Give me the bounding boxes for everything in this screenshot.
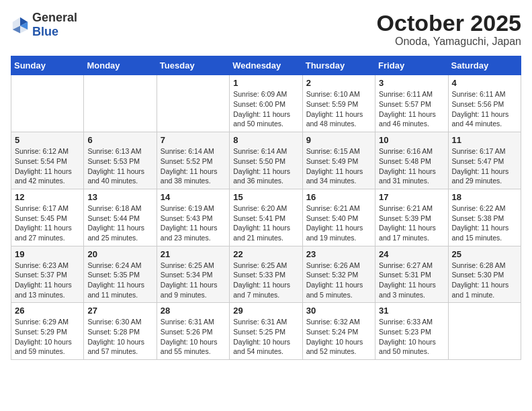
weekday-header-friday: Friday	[375, 56, 448, 75]
day-info: Sunrise: 6:24 AM Sunset: 5:35 PM Dayligh…	[87, 261, 152, 300]
calendar-cell: 27Sunrise: 6:30 AM Sunset: 5:28 PM Dayli…	[84, 303, 157, 360]
day-number: 3	[379, 78, 444, 88]
day-number: 20	[87, 249, 152, 259]
calendar-cell: 31Sunrise: 6:33 AM Sunset: 5:23 PM Dayli…	[375, 303, 448, 360]
day-number: 22	[233, 249, 298, 259]
day-number: 25	[452, 249, 517, 259]
calendar-cell: 22Sunrise: 6:25 AM Sunset: 5:33 PM Dayli…	[230, 246, 302, 303]
calendar-cell: 10Sunrise: 6:16 AM Sunset: 5:48 PM Dayli…	[375, 132, 448, 189]
week-row-2: 5Sunrise: 6:12 AM Sunset: 5:54 PM Daylig…	[11, 132, 521, 189]
calendar-table: SundayMondayTuesdayWednesdayThursdayFrid…	[11, 56, 521, 360]
day-info: Sunrise: 6:19 AM Sunset: 5:43 PM Dayligh…	[161, 203, 226, 243]
day-info: Sunrise: 6:09 AM Sunset: 6:00 PM Dayligh…	[233, 89, 298, 129]
day-number: 13	[87, 192, 152, 202]
day-info: Sunrise: 6:30 AM Sunset: 5:28 PM Dayligh…	[87, 317, 152, 357]
day-info: Sunrise: 6:11 AM Sunset: 5:57 PM Dayligh…	[379, 89, 444, 129]
day-info: Sunrise: 6:21 AM Sunset: 5:39 PM Dayligh…	[379, 203, 444, 243]
calendar-cell: 23Sunrise: 6:26 AM Sunset: 5:32 PM Dayli…	[302, 246, 375, 303]
day-number: 2	[306, 78, 371, 88]
page-header: General Blue October 2025 Onoda, Yamaguc…	[11, 11, 521, 48]
calendar-cell: 6Sunrise: 6:13 AM Sunset: 5:53 PM Daylig…	[84, 132, 157, 189]
day-number: 31	[379, 306, 444, 316]
day-number: 23	[306, 249, 371, 259]
day-info: Sunrise: 6:12 AM Sunset: 5:54 PM Dayligh…	[15, 146, 80, 186]
week-row-4: 19Sunrise: 6:23 AM Sunset: 5:37 PM Dayli…	[11, 246, 521, 303]
week-row-3: 12Sunrise: 6:17 AM Sunset: 5:45 PM Dayli…	[11, 189, 521, 246]
calendar-cell: 26Sunrise: 6:29 AM Sunset: 5:29 PM Dayli…	[11, 303, 84, 360]
day-info: Sunrise: 6:17 AM Sunset: 5:47 PM Dayligh…	[452, 146, 517, 186]
day-info: Sunrise: 6:23 AM Sunset: 5:37 PM Dayligh…	[15, 261, 80, 300]
weekday-header-saturday: Saturday	[448, 56, 521, 75]
day-info: Sunrise: 6:15 AM Sunset: 5:49 PM Dayligh…	[306, 146, 371, 186]
day-info: Sunrise: 6:21 AM Sunset: 5:40 PM Dayligh…	[306, 203, 371, 243]
weekday-header-row: SundayMondayTuesdayWednesdayThursdayFrid…	[11, 56, 521, 75]
calendar-cell: 1Sunrise: 6:09 AM Sunset: 6:00 PM Daylig…	[230, 75, 302, 132]
calendar-cell: 7Sunrise: 6:14 AM Sunset: 5:52 PM Daylig…	[157, 132, 229, 189]
calendar-cell: 12Sunrise: 6:17 AM Sunset: 5:45 PM Dayli…	[11, 189, 84, 246]
calendar-cell	[448, 303, 521, 360]
day-info: Sunrise: 6:32 AM Sunset: 5:24 PM Dayligh…	[306, 317, 371, 357]
weekday-header-thursday: Thursday	[302, 56, 375, 75]
day-info: Sunrise: 6:31 AM Sunset: 5:26 PM Dayligh…	[161, 317, 226, 357]
day-number: 14	[161, 192, 226, 202]
calendar-cell: 14Sunrise: 6:19 AM Sunset: 5:43 PM Dayli…	[157, 189, 229, 246]
day-info: Sunrise: 6:28 AM Sunset: 5:30 PM Dayligh…	[452, 261, 517, 300]
day-number: 11	[452, 135, 517, 145]
day-number: 5	[15, 135, 80, 145]
calendar-cell: 19Sunrise: 6:23 AM Sunset: 5:37 PM Dayli…	[11, 246, 84, 303]
location-title: Onoda, Yamaguchi, Japan	[377, 36, 521, 48]
day-info: Sunrise: 6:27 AM Sunset: 5:31 PM Dayligh…	[379, 261, 444, 300]
day-info: Sunrise: 6:10 AM Sunset: 5:59 PM Dayligh…	[306, 89, 371, 129]
logo-general: General	[32, 11, 77, 24]
day-number: 30	[306, 306, 371, 316]
week-row-5: 26Sunrise: 6:29 AM Sunset: 5:29 PM Dayli…	[11, 303, 521, 360]
weekday-header-monday: Monday	[84, 56, 157, 75]
day-info: Sunrise: 6:11 AM Sunset: 5:56 PM Dayligh…	[452, 89, 517, 129]
day-info: Sunrise: 6:17 AM Sunset: 5:45 PM Dayligh…	[15, 203, 80, 243]
day-number: 29	[233, 306, 298, 316]
day-info: Sunrise: 6:16 AM Sunset: 5:48 PM Dayligh…	[379, 146, 444, 186]
weekday-header-tuesday: Tuesday	[157, 56, 229, 75]
day-info: Sunrise: 6:25 AM Sunset: 5:33 PM Dayligh…	[233, 261, 298, 300]
calendar-cell: 17Sunrise: 6:21 AM Sunset: 5:39 PM Dayli…	[375, 189, 448, 246]
day-number: 24	[379, 249, 444, 259]
calendar-cell	[11, 75, 84, 132]
day-number: 18	[452, 192, 517, 202]
logo-icon	[11, 15, 30, 34]
day-number: 19	[15, 249, 80, 259]
day-info: Sunrise: 6:22 AM Sunset: 5:38 PM Dayligh…	[452, 203, 517, 243]
calendar-cell: 28Sunrise: 6:31 AM Sunset: 5:26 PM Dayli…	[157, 303, 229, 360]
day-number: 12	[15, 192, 80, 202]
day-info: Sunrise: 6:25 AM Sunset: 5:34 PM Dayligh…	[161, 261, 226, 300]
day-info: Sunrise: 6:14 AM Sunset: 5:50 PM Dayligh…	[233, 146, 298, 186]
calendar-cell: 16Sunrise: 6:21 AM Sunset: 5:40 PM Dayli…	[302, 189, 375, 246]
day-number: 28	[161, 306, 226, 316]
day-info: Sunrise: 6:20 AM Sunset: 5:41 PM Dayligh…	[233, 203, 298, 243]
day-number: 17	[379, 192, 444, 202]
calendar-cell: 29Sunrise: 6:31 AM Sunset: 5:25 PM Dayli…	[230, 303, 302, 360]
calendar-cell: 24Sunrise: 6:27 AM Sunset: 5:31 PM Dayli…	[375, 246, 448, 303]
day-info: Sunrise: 6:33 AM Sunset: 5:23 PM Dayligh…	[379, 317, 444, 357]
day-number: 7	[161, 135, 226, 145]
day-number: 9	[306, 135, 371, 145]
logo: General Blue	[11, 11, 77, 39]
day-number: 27	[87, 306, 152, 316]
calendar-cell	[84, 75, 157, 132]
day-number: 21	[161, 249, 226, 259]
calendar-cell: 4Sunrise: 6:11 AM Sunset: 5:56 PM Daylig…	[448, 75, 521, 132]
calendar-cell	[157, 75, 229, 132]
calendar-cell: 25Sunrise: 6:28 AM Sunset: 5:30 PM Dayli…	[448, 246, 521, 303]
day-number: 26	[15, 306, 80, 316]
day-info: Sunrise: 6:29 AM Sunset: 5:29 PM Dayligh…	[15, 317, 80, 357]
calendar-cell: 5Sunrise: 6:12 AM Sunset: 5:54 PM Daylig…	[11, 132, 84, 189]
week-row-1: 1Sunrise: 6:09 AM Sunset: 6:00 PM Daylig…	[11, 75, 521, 132]
calendar-cell: 21Sunrise: 6:25 AM Sunset: 5:34 PM Dayli…	[157, 246, 229, 303]
weekday-header-sunday: Sunday	[11, 56, 84, 75]
calendar-cell: 20Sunrise: 6:24 AM Sunset: 5:35 PM Dayli…	[84, 246, 157, 303]
calendar-cell: 9Sunrise: 6:15 AM Sunset: 5:49 PM Daylig…	[302, 132, 375, 189]
calendar-cell: 3Sunrise: 6:11 AM Sunset: 5:57 PM Daylig…	[375, 75, 448, 132]
day-number: 15	[233, 192, 298, 202]
day-number: 8	[233, 135, 298, 145]
calendar-cell: 13Sunrise: 6:18 AM Sunset: 5:44 PM Dayli…	[84, 189, 157, 246]
day-info: Sunrise: 6:18 AM Sunset: 5:44 PM Dayligh…	[87, 203, 152, 243]
